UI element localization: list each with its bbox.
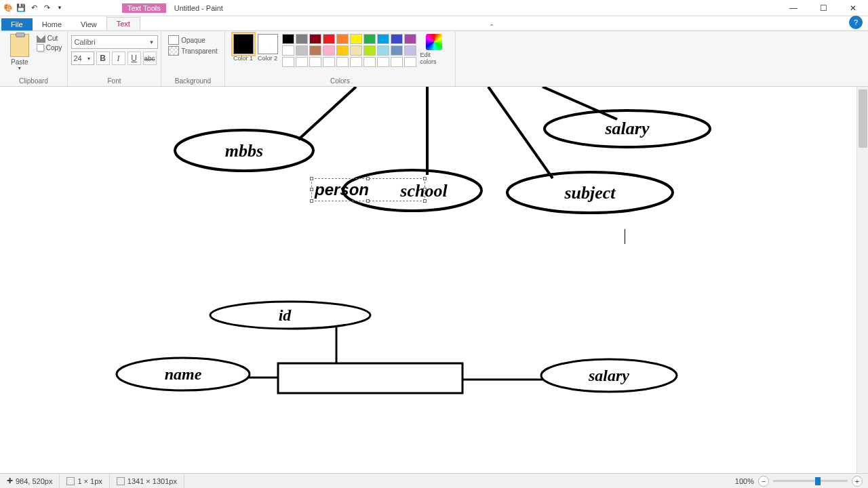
transparent-option[interactable]: Transparent bbox=[168, 46, 218, 56]
color-swatch[interactable] bbox=[309, 57, 321, 67]
color2-label: Color 2 bbox=[258, 55, 277, 62]
copy-icon bbox=[37, 44, 44, 52]
app-icon: 🎨 bbox=[3, 3, 14, 14]
color-swatch[interactable] bbox=[391, 57, 403, 67]
resize-handle-sw[interactable] bbox=[310, 199, 313, 203]
edit-colors-button[interactable]: Edit colors bbox=[420, 34, 448, 65]
colors-group-label: Colors bbox=[330, 77, 350, 86]
svg-line-1 bbox=[298, 87, 356, 140]
text-edit-box[interactable]: person bbox=[311, 178, 425, 201]
resize-handle-nw[interactable] bbox=[310, 177, 313, 180]
resize-handle-ne[interactable] bbox=[423, 177, 427, 180]
color-swatch[interactable] bbox=[363, 34, 376, 44]
text-edit-content: person bbox=[315, 180, 369, 199]
color-swatch[interactable] bbox=[404, 57, 416, 67]
opaque-label: Opaque bbox=[181, 37, 205, 44]
color-swatch[interactable] bbox=[377, 34, 389, 44]
color-swatch[interactable] bbox=[323, 45, 335, 56]
color-swatch[interactable] bbox=[377, 57, 389, 67]
font-family-combo[interactable]: Calibri ▼ bbox=[71, 35, 158, 49]
color-swatch[interactable] bbox=[363, 57, 376, 67]
zoom-in-button[interactable]: + bbox=[852, 476, 863, 487]
color-swatch[interactable] bbox=[296, 45, 308, 56]
copy-button[interactable]: Copy bbox=[37, 44, 62, 52]
resize-handle-n[interactable] bbox=[366, 177, 370, 180]
color-swatch[interactable] bbox=[404, 34, 416, 44]
redo-icon[interactable]: ↷ bbox=[41, 3, 52, 14]
qat-dropdown-icon[interactable]: ▼ bbox=[54, 3, 65, 14]
color-swatch[interactable] bbox=[282, 34, 294, 44]
color1-button[interactable]: Color 1 bbox=[233, 34, 254, 62]
color-swatch[interactable] bbox=[282, 57, 294, 67]
zoom-out-button[interactable]: − bbox=[758, 476, 769, 487]
tab-text[interactable]: Text bbox=[106, 17, 140, 30]
zoom-slider[interactable] bbox=[773, 480, 848, 482]
color-swatch[interactable] bbox=[296, 34, 308, 44]
color1-label: Color 1 bbox=[233, 55, 253, 62]
resize-handle-se[interactable] bbox=[423, 199, 427, 203]
font-size-combo[interactable]: 24 ▼ bbox=[71, 52, 94, 65]
edit-colors-icon bbox=[426, 34, 442, 50]
cut-button[interactable]: Cut bbox=[37, 34, 62, 43]
chevron-down-icon: ▼ bbox=[87, 56, 92, 61]
color-swatch[interactable] bbox=[336, 45, 349, 56]
maximize-button[interactable]: ☐ bbox=[808, 0, 838, 16]
color-swatch[interactable] bbox=[363, 45, 376, 56]
paste-dropdown-icon[interactable]: ▼ bbox=[17, 66, 22, 70]
tab-view[interactable]: View bbox=[71, 18, 106, 30]
clipboard-group-label: Clipboard bbox=[19, 77, 48, 86]
color-swatch[interactable] bbox=[391, 34, 403, 44]
transparent-icon bbox=[168, 46, 179, 56]
status-size-value: 1341 × 1301px bbox=[127, 477, 177, 485]
text-caret bbox=[625, 229, 625, 244]
collapse-ribbon-icon[interactable]: ⌃ bbox=[489, 23, 494, 30]
color-swatch[interactable] bbox=[323, 34, 335, 44]
background-group-label: Background bbox=[175, 77, 211, 86]
color-swatch[interactable] bbox=[350, 57, 362, 67]
color-swatch[interactable] bbox=[404, 45, 416, 56]
paste-button[interactable]: Paste ▼ bbox=[5, 33, 34, 70]
size-icon bbox=[117, 477, 125, 485]
paste-icon bbox=[10, 34, 29, 57]
quick-access-toolbar: 🎨 💾 ↶ ↷ ▼ bbox=[0, 3, 68, 14]
color-swatch[interactable] bbox=[350, 34, 362, 44]
help-icon[interactable]: ? bbox=[849, 16, 863, 29]
chevron-down-icon: ▼ bbox=[149, 39, 155, 45]
contextual-tab-label: Text Tools bbox=[122, 3, 166, 13]
bold-button[interactable]: B bbox=[96, 52, 110, 65]
status-bar: ✚ 984, 520px 1 × 1px 1341 × 1301px 100% … bbox=[0, 473, 868, 488]
color-swatch[interactable] bbox=[323, 57, 335, 67]
crosshair-icon: ✚ bbox=[7, 476, 13, 485]
minimize-button[interactable]: — bbox=[778, 0, 808, 16]
color-swatch[interactable] bbox=[336, 57, 349, 67]
opaque-option[interactable]: Opaque bbox=[168, 35, 218, 45]
undo-icon[interactable]: ↶ bbox=[28, 3, 39, 14]
resize-handle-s[interactable] bbox=[366, 199, 370, 203]
edit-colors-label: Edit colors bbox=[420, 52, 448, 65]
svg-line-3 bbox=[488, 87, 553, 178]
tab-home[interactable]: Home bbox=[33, 18, 71, 30]
resize-handle-w[interactable] bbox=[310, 188, 313, 191]
resize-handle-e[interactable] bbox=[423, 188, 427, 191]
color2-button[interactable]: Color 2 bbox=[258, 34, 278, 62]
vertical-scrollbar[interactable] bbox=[856, 87, 868, 473]
canvas-area[interactable]: salary mbbs school subject id name salar… bbox=[0, 87, 868, 473]
save-icon[interactable]: 💾 bbox=[16, 3, 26, 14]
color-swatch[interactable] bbox=[309, 34, 321, 44]
close-button[interactable]: ✕ bbox=[838, 0, 868, 16]
strikethrough-button[interactable]: abc bbox=[143, 52, 157, 65]
color-swatch[interactable] bbox=[391, 45, 403, 56]
color-swatch[interactable] bbox=[282, 45, 294, 56]
zoom-slider-thumb[interactable] bbox=[815, 477, 821, 485]
underline-button[interactable]: U bbox=[127, 52, 141, 65]
tab-file[interactable]: File bbox=[1, 18, 33, 30]
transparent-label: Transparent bbox=[181, 47, 218, 55]
color-swatch[interactable] bbox=[336, 34, 349, 44]
vertical-scroll-thumb[interactable] bbox=[859, 89, 867, 148]
italic-button[interactable]: I bbox=[112, 52, 125, 65]
color-swatch[interactable] bbox=[350, 45, 362, 56]
color-swatch[interactable] bbox=[309, 45, 321, 56]
color-swatch[interactable] bbox=[377, 45, 389, 56]
color-swatch[interactable] bbox=[296, 57, 308, 67]
drawing-canvas[interactable]: salary mbbs school subject id name salar… bbox=[0, 87, 854, 473]
